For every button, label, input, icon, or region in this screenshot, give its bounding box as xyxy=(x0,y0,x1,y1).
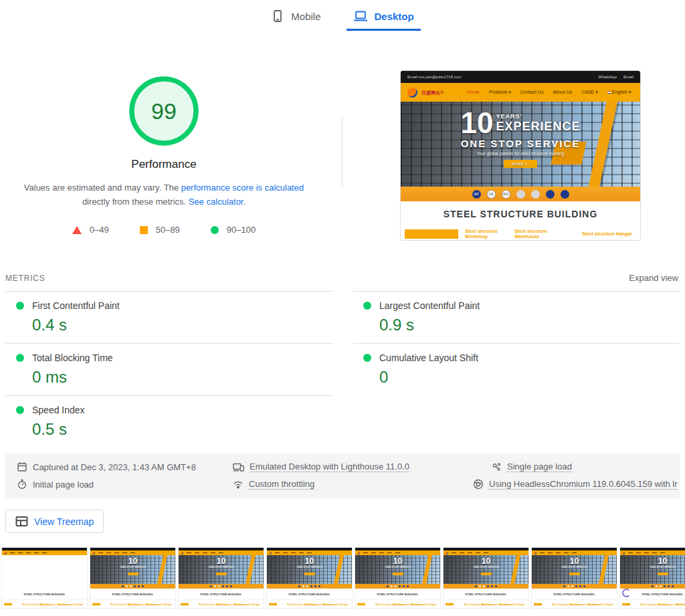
mini-hero: 10 ONE STOP SERVICE xyxy=(179,555,264,589)
site-nav-item: Contact Us xyxy=(520,90,544,95)
mini-orange-block xyxy=(534,603,542,606)
filmstrip: 10 ONE STOP SERVICE STEEL STRUCTURE BUIL… xyxy=(1,547,685,609)
final-screenshot-thumbnail: Email:xxx.yan@juhe1718.com WhatsApp Emai… xyxy=(400,70,641,241)
metric-value: 0.9 s xyxy=(379,316,680,334)
metric-value: 0 xyxy=(379,368,680,387)
mini-links-row: Steel structure WorkshopSteel structure … xyxy=(532,599,617,609)
mini-links-row: Steel structure WorkshopSteel structure … xyxy=(2,599,87,609)
mini-hero: 10 ONE STOP SERVICE xyxy=(620,555,685,589)
mini-orange-block xyxy=(269,603,277,606)
hero-subtitle: Your global partner for steel structure … xyxy=(401,151,640,156)
custom-throttling[interactable]: Custom throttling xyxy=(233,479,314,490)
mini-badge-band xyxy=(444,584,528,589)
single-page-load[interactable]: Single page load xyxy=(492,461,572,472)
site-logo-icon xyxy=(407,88,417,98)
site-hero-text: 10 YEARS' EXPERIENCE ONE STOP SERVICE Yo… xyxy=(401,110,640,168)
view-treemap-button[interactable]: View Treemap xyxy=(5,510,104,533)
pass-circle-icon xyxy=(211,226,219,234)
mini-links-row: Steel structure WorkshopSteel structure … xyxy=(179,599,264,609)
mini-badge-band xyxy=(267,584,352,589)
metric-value: 0.4 s xyxy=(32,316,333,334)
score-calculation-link[interactable]: performance score is calculated xyxy=(181,183,304,193)
mini-more-button xyxy=(658,573,668,575)
mini-navbar xyxy=(620,550,685,555)
mini-hero-number: 10 xyxy=(267,558,352,565)
tab-desktop-label: Desktop xyxy=(375,11,414,22)
mini-navbar xyxy=(90,550,175,555)
mini-logo-icon xyxy=(534,552,536,554)
disclaimer-text: Values are estimated and may vary. The xyxy=(24,183,181,193)
mini-hero: 10 ONE STOP SERVICE xyxy=(444,555,528,589)
certification-badge-icon xyxy=(516,190,525,199)
site-email: Email:xxx.yan@juhe1718.com xyxy=(407,75,462,79)
filmstrip-frame: 10 ONE STOP SERVICE STEEL STRUCTURE BUIL… xyxy=(355,547,441,609)
certification-badge-icon xyxy=(531,190,540,199)
captured-at: Captured at Dec 3, 2023, 1:43 AM GMT+8 xyxy=(17,461,196,472)
mini-orange-block xyxy=(92,603,100,606)
mini-section-title: STEEL STRUCTURE BUILDING xyxy=(267,589,352,599)
legend-average-label: 50–89 xyxy=(156,225,180,235)
mini-hero-number: 10 xyxy=(444,558,528,565)
chromium-version[interactable]: Using HeadlessChromium 119.0.6045.159 wi… xyxy=(473,479,678,490)
mini-logo-icon xyxy=(622,552,625,554)
hero-number: 10 xyxy=(461,110,494,136)
mini-hero-number: 10 xyxy=(620,558,685,565)
pagespeed-report: Mobile Desktop 99 Performance Values are… xyxy=(0,0,685,616)
capture-info-bar: Captured at Dec 3, 2023, 1:43 AM GMT+8 I… xyxy=(5,453,680,498)
captured-at-text: Captured at Dec 3, 2023, 1:43 AM GMT+8 xyxy=(33,462,196,472)
mini-hero-number: 10 xyxy=(179,558,264,565)
mini-links-row: Steel structure WorkshopSteel structure … xyxy=(355,599,440,609)
mini-hero-number: 10 xyxy=(355,558,440,565)
expand-view-button[interactable]: Expand view xyxy=(629,273,678,283)
performance-gauge[interactable]: 99 xyxy=(129,76,199,146)
mini-hero-service: ONE STOP SERVICE xyxy=(90,565,175,569)
metric-label: Cumulative Layout Shift xyxy=(379,352,478,363)
mini-hero-service: ONE STOP SERVICE xyxy=(355,565,440,569)
emulated-device-text: Emulated Desktop with Lighthouse 11.0.0 xyxy=(250,461,409,472)
mini-logo-icon xyxy=(4,552,7,554)
certification-badge-icon xyxy=(561,190,569,199)
mini-more-button xyxy=(393,573,403,575)
throttling-wifi-icon xyxy=(233,480,243,489)
certification-badge-icon: IAF xyxy=(472,190,481,199)
mini-orange-block xyxy=(446,603,454,606)
mini-more-button xyxy=(304,573,315,575)
site-logo-text: 百盛聚合® xyxy=(421,90,444,95)
tab-mobile[interactable]: Mobile xyxy=(268,5,323,31)
hero-service: ONE STOP SERVICE xyxy=(401,138,640,149)
mini-orange-block xyxy=(181,603,189,606)
custom-throttling-text: Custom throttling xyxy=(249,479,314,490)
mini-hero-service: ONE STOP SERVICE xyxy=(532,565,617,569)
site-topbar: Email:xxx.yan@juhe1718.com WhatsApp Emai… xyxy=(401,71,640,83)
mini-section-title: STEEL STRUCTURE BUILDING xyxy=(90,589,175,599)
filmstrip-frame: 10 ONE STOP SERVICE STEEL STRUCTURE BUIL… xyxy=(619,547,685,609)
legend-pass: 90–100 xyxy=(211,225,256,235)
chromium-version-text: Using HeadlessChromium 119.0.6045.159 wi… xyxy=(489,479,678,490)
metrics-right-column: Largest Contentful Paint 0.9 s Cumulativ… xyxy=(353,291,680,447)
filmstrip-frame: 10 ONE STOP SERVICE STEEL STRUCTURE BUIL… xyxy=(266,547,353,609)
mini-hero-service: ONE STOP SERVICE xyxy=(444,565,528,569)
single-page-icon xyxy=(492,462,502,472)
mini-section-title: STEEL STRUCTURE BUILDING xyxy=(355,589,440,599)
score-disclaimer: Values are estimated and may vary. The p… xyxy=(15,181,313,209)
metric-label: Total Blocking Time xyxy=(32,352,113,363)
metric-largest-contentful-paint: Largest Contentful Paint 0.9 s xyxy=(353,291,680,343)
metric-label: First Contentful Paint xyxy=(32,300,120,311)
tab-desktop[interactable]: Desktop xyxy=(351,5,417,31)
metric-label: Largest Contentful Paint xyxy=(379,300,480,311)
mini-hero-service: ONE STOP SERVICE xyxy=(620,565,685,569)
mini-section-title: STEEL STRUCTURE BUILDING xyxy=(444,589,528,599)
certification-badge-icon: ISO xyxy=(502,190,510,199)
legend-fail-label: 0–49 xyxy=(90,225,109,235)
metrics-left-column: First Contentful Paint 0.4 s Total Block… xyxy=(5,291,333,447)
see-calculator-link[interactable]: See calculator xyxy=(189,197,243,207)
treemap-icon xyxy=(15,516,28,527)
site-badge-band: IAFCEISO xyxy=(401,187,640,201)
stopwatch-icon xyxy=(17,479,27,490)
mini-hero: 10 ONE STOP SERVICE xyxy=(355,555,440,589)
emulated-device[interactable]: Emulated Desktop with Lighthouse 11.0.0 xyxy=(233,461,409,472)
site-email-label: Email xyxy=(623,75,633,79)
mini-badge-band xyxy=(532,584,617,589)
pass-dot-icon xyxy=(363,354,371,362)
certification-badge-icon: CE xyxy=(487,190,496,199)
